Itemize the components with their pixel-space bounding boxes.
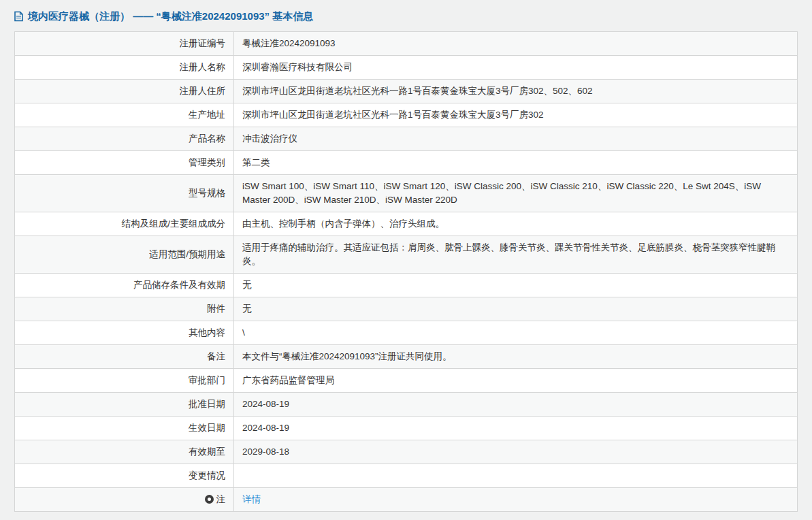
row-label: 注册人名称 [180,62,226,72]
row-value-cell: 深圳市坪山区龙田街道老坑社区光科一路1号百泰黄金珠宝大厦3号厂房302、502、… [234,80,798,103]
row-value: 适用于疼痛的辅助治疗。其适应证包括：肩周炎、肱骨上髁炎、膝骨关节炎、踝关节骨性关… [242,242,775,266]
row-label-cell: 型号规格 [15,175,234,212]
row-value-cell: 2029-08-18 [234,440,798,464]
table-row: 有效期至2029-08-18 [15,440,798,464]
info-table-body: 注册证编号粤械注准20242091093注册人名称深圳睿瀚医疗科技有限公司注册人… [15,32,798,512]
row-label-cell: 审批部门 [15,369,234,393]
row-value: 无 [242,304,252,314]
row-label: 变更情况 [189,470,225,481]
row-value-cell: 深圳市坪山区龙田街道老坑社区光科一路1号百泰黄金珠宝大厦3号厂房302 [234,103,798,127]
row-value: 本文件与“粤械注准20242091093”注册证共同使用。 [242,351,452,361]
row-label-cell: 变更情况 [15,464,234,488]
table-row: 注册人住所深圳市坪山区龙田街道老坑社区光科一路1号百泰黄金珠宝大厦3号厂房302… [15,80,798,103]
page-title: 境内医疗器械（注册） —— “粤械注准20242091093” 基本信息 [28,10,313,22]
page: 境内医疗器械（注册） —— “粤械注准20242091093” 基本信息 注册证… [0,0,812,520]
table-row: 生产地址深圳市坪山区龙田街道老坑社区光科一路1号百泰黄金珠宝大厦3号厂房302 [15,103,798,127]
row-value-cell: 2024-08-19 [234,417,798,440]
table-row: 变更情况 [15,464,798,488]
table-row: 适用范围/预期用途适用于疼痛的辅助治疗。其适应证包括：肩周炎、肱骨上髁炎、膝骨关… [15,236,798,274]
row-value-cell: 第二类 [234,151,798,175]
table-row: 其他内容\ [15,321,798,345]
row-label: 产品名称 [189,133,225,144]
note-icon [205,495,214,504]
row-value-cell: 广东省药品监督管理局 [234,369,798,393]
row-label-cell: 注 [15,488,234,512]
row-value: 粤械注准20242091093 [242,38,336,48]
row-label-cell: 生效日期 [15,417,234,440]
table-row: 注册人名称深圳睿瀚医疗科技有限公司 [15,56,798,80]
row-value: 2024-08-19 [242,399,289,409]
row-value: 深圳市坪山区龙田街道老坑社区光科一路1号百泰黄金珠宝大厦3号厂房302、502、… [242,86,593,96]
table-row: 注册证编号粤械注准20242091093 [15,32,798,56]
row-label: 管理类别 [189,157,225,167]
table-row: 备注本文件与“粤械注准20242091093”注册证共同使用。 [15,345,798,369]
table-row: 批准日期2024-08-19 [15,393,798,417]
table-row: 结构及组成/主要组成成分由主机、控制手柄（内含子弹体）、治疗头组成。 [15,212,798,236]
row-value-cell: 本文件与“粤械注准20242091093”注册证共同使用。 [234,345,798,369]
row-label-cell: 注册人住所 [15,80,234,103]
registration-info-table: 注册证编号粤械注准20242091093注册人名称深圳睿瀚医疗科技有限公司注册人… [14,31,798,512]
row-label-cell: 管理类别 [15,151,234,175]
row-value: 深圳睿瀚医疗科技有限公司 [242,62,353,72]
row-label-cell: 适用范围/预期用途 [15,236,234,274]
table-row: 注详情 [15,488,798,512]
document-icon [14,11,24,22]
table-row: 型号规格iSW Smart 100、iSW Smart 110、iSW Smar… [15,175,798,212]
row-value: 2029-08-18 [242,446,289,457]
row-value: 冲击波治疗仪 [242,133,297,144]
row-value-cell: 2024-08-19 [234,393,798,417]
row-value-cell: 深圳睿瀚医疗科技有限公司 [234,56,798,80]
row-label: 产品储存条件及有效期 [133,280,225,290]
row-value: 第二类 [242,157,270,167]
row-value-cell: iSW Smart 100、iSW Smart 110、iSW Smart 12… [234,175,798,212]
row-label-cell: 有效期至 [15,440,234,464]
row-label: 适用范围/预期用途 [149,249,225,259]
row-label: 其他内容 [189,327,225,338]
detail-link[interactable]: 详情 [242,494,261,504]
row-value-cell: \ [234,321,798,345]
row-label: 审批部门 [189,375,225,385]
row-value-cell: 无 [234,297,798,321]
row-label-cell: 生产地址 [15,103,234,127]
table-row: 管理类别第二类 [15,151,798,175]
row-label-cell: 产品名称 [15,127,234,151]
row-value-cell [234,464,798,488]
row-label: 型号规格 [189,188,225,198]
row-label: 生效日期 [189,423,225,433]
row-label-cell: 其他内容 [15,321,234,345]
row-value: 由主机、控制手柄（内含子弹体）、治疗头组成。 [242,218,444,229]
row-value-cell: 粤械注准20242091093 [234,32,798,56]
table-row: 审批部门广东省药品监督管理局 [15,369,798,393]
row-value-cell: 详情 [234,488,798,512]
row-label: 注册证编号 [180,38,226,48]
row-label: 有效期至 [189,446,225,457]
row-value: 深圳市坪山区龙田街道老坑社区光科一路1号百泰黄金珠宝大厦3号厂房302 [242,110,544,120]
row-label-cell: 备注 [15,345,234,369]
row-label-cell: 批准日期 [15,393,234,417]
row-label: 生产地址 [189,110,225,120]
row-value-cell: 适用于疼痛的辅助治疗。其适应证包括：肩周炎、肱骨上髁炎、膝骨关节炎、踝关节骨性关… [234,236,798,274]
row-value-cell: 由主机、控制手柄（内含子弹体）、治疗头组成。 [234,212,798,236]
table-row: 产品储存条件及有效期无 [15,274,798,297]
row-label-cell: 附件 [15,297,234,321]
row-label-cell: 注册证编号 [15,32,234,56]
row-value: 无 [242,280,252,290]
row-value: \ [242,327,245,338]
row-label: 附件 [207,304,225,314]
row-label-cell: 注册人名称 [15,56,234,80]
row-value: iSW Smart 100、iSW Smart 110、iSW Smart 12… [242,181,761,205]
table-row: 附件无 [15,297,798,321]
row-value-cell: 冲击波治疗仪 [234,127,798,151]
row-label: 备注 [207,351,225,361]
row-label: 注册人住所 [180,86,226,96]
table-row: 产品名称冲击波治疗仪 [15,127,798,151]
row-label-cell: 产品储存条件及有效期 [15,274,234,297]
row-label-cell: 结构及组成/主要组成成分 [15,212,234,236]
row-label: 结构及组成/主要组成成分 [122,218,225,229]
row-value: 2024-08-19 [242,423,289,433]
table-row: 生效日期2024-08-19 [15,417,798,440]
row-label: 批准日期 [189,399,225,409]
row-value-cell: 无 [234,274,798,297]
page-header: 境内医疗器械（注册） —— “粤械注准20242091093” 基本信息 [0,0,812,31]
row-value: 广东省药品监督管理局 [242,375,334,385]
